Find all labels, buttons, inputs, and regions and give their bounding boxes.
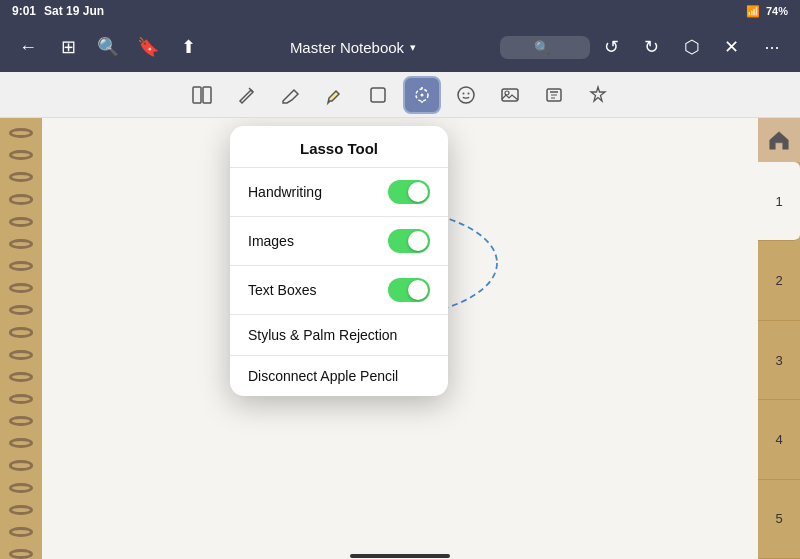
draw-toolbar bbox=[0, 72, 800, 118]
undo-button[interactable]: ↺ bbox=[594, 29, 630, 65]
eraser-tool[interactable] bbox=[271, 76, 309, 114]
spiral-ring bbox=[9, 305, 33, 315]
status-right: 📶 74% bbox=[746, 5, 788, 18]
toggle-0[interactable] bbox=[388, 180, 430, 204]
spiral-ring bbox=[9, 505, 33, 515]
notebook-title-button[interactable]: Master Notebook ▾ bbox=[290, 39, 416, 56]
svg-rect-0 bbox=[193, 87, 201, 103]
svg-point-6 bbox=[463, 92, 465, 94]
status-bar: 9:01 Sat 19 Jun 📶 74% bbox=[0, 0, 800, 22]
shapes-tool[interactable] bbox=[359, 76, 397, 114]
svg-point-5 bbox=[458, 87, 474, 103]
notebook-view-tool[interactable] bbox=[183, 76, 221, 114]
spiral-ring bbox=[9, 150, 33, 160]
spiral-ring bbox=[9, 172, 33, 182]
bookmark-button[interactable]: 🔖 bbox=[130, 29, 166, 65]
highlighter-tool[interactable] bbox=[315, 76, 353, 114]
image-tool[interactable] bbox=[491, 76, 529, 114]
dropdown-chevron: ▾ bbox=[410, 41, 416, 54]
toggle-knob-0 bbox=[408, 182, 428, 202]
spiral-ring bbox=[9, 261, 33, 271]
popup-row-2[interactable]: Text Boxes bbox=[230, 266, 448, 315]
spiral-ring bbox=[9, 128, 33, 138]
spiral-ring bbox=[9, 283, 33, 293]
lasso-tool[interactable] bbox=[403, 76, 441, 114]
svg-point-9 bbox=[505, 91, 509, 95]
notebook-title-text: Master Notebook bbox=[290, 39, 404, 56]
battery-wifi: 📶 bbox=[746, 5, 760, 18]
bottom-bar bbox=[0, 553, 800, 559]
spiral-ring bbox=[9, 416, 33, 426]
spiral-ring bbox=[9, 372, 33, 382]
popup-row-label-1: Images bbox=[248, 233, 294, 249]
spiral-ring bbox=[9, 527, 33, 537]
sticker-tool[interactable] bbox=[447, 76, 485, 114]
close-button[interactable]: ✕ bbox=[714, 29, 750, 65]
tab-3[interactable]: 3 bbox=[758, 321, 800, 400]
tab-5[interactable]: 5 bbox=[758, 480, 800, 559]
tabs-right: 1 2 3 4 5 bbox=[758, 118, 800, 559]
spiral-ring bbox=[9, 239, 33, 249]
spiral-ring bbox=[9, 394, 33, 404]
svg-point-4 bbox=[421, 93, 424, 96]
spiral-ring bbox=[9, 217, 33, 227]
search-bar[interactable]: 🔍 bbox=[500, 36, 590, 59]
svg-rect-1 bbox=[203, 87, 211, 103]
more-button[interactable]: ··· bbox=[754, 29, 790, 65]
status-left: 9:01 Sat 19 Jun bbox=[12, 4, 104, 18]
redo-button[interactable]: ↻ bbox=[634, 29, 670, 65]
spiral-ring bbox=[9, 460, 33, 470]
popup-row-4[interactable]: Disconnect Apple Pencil bbox=[230, 356, 448, 396]
toggle-knob-1 bbox=[408, 231, 428, 251]
pen-tool[interactable] bbox=[227, 76, 265, 114]
toggle-1[interactable] bbox=[388, 229, 430, 253]
main-content: Lasso Tool HandwritingImagesText BoxesSt… bbox=[0, 118, 800, 559]
popup-row-label-4: Disconnect Apple Pencil bbox=[248, 368, 398, 384]
popup-row-label-0: Handwriting bbox=[248, 184, 322, 200]
tab-2[interactable]: 2 bbox=[758, 241, 800, 320]
date: Sat 19 Jun bbox=[44, 4, 104, 18]
toolbar-center: Master Notebook ▾ bbox=[290, 39, 416, 56]
grid-button[interactable]: ⊞ bbox=[50, 29, 86, 65]
svg-point-7 bbox=[468, 92, 470, 94]
tab-4[interactable]: 4 bbox=[758, 400, 800, 479]
toolbar-right: 🔍 ↺ ↻ ⬡ ✕ ··· bbox=[500, 29, 790, 65]
toolbar-left: ← ⊞ 🔍 🔖 ⬆ bbox=[10, 29, 206, 65]
lasso-popup: Lasso Tool HandwritingImagesText BoxesSt… bbox=[230, 126, 448, 396]
search-button[interactable]: 🔍 bbox=[90, 29, 126, 65]
popup-row-label-3: Stylus & Palm Rejection bbox=[248, 327, 397, 343]
home-icon bbox=[766, 126, 792, 154]
spiral-ring bbox=[9, 438, 33, 448]
spiral-ring bbox=[9, 483, 33, 493]
popup-row-0[interactable]: Handwriting bbox=[230, 168, 448, 217]
popup-row-1[interactable]: Images bbox=[230, 217, 448, 266]
notebook-page[interactable]: Lasso Tool HandwritingImagesText BoxesSt… bbox=[42, 118, 758, 559]
share-button[interactable]: ⬆ bbox=[170, 29, 206, 65]
home-tab[interactable] bbox=[758, 118, 800, 162]
svg-rect-8 bbox=[502, 89, 518, 101]
toggle-2[interactable] bbox=[388, 278, 430, 302]
top-toolbar: ← ⊞ 🔍 🔖 ⬆ Master Notebook ▾ 🔍 ↺ ↻ ⬡ ✕ ··… bbox=[0, 22, 800, 72]
time: 9:01 bbox=[12, 4, 36, 18]
spiral-ring bbox=[9, 327, 33, 337]
battery-percent: 74% bbox=[766, 5, 788, 17]
popup-row-3[interactable]: Stylus & Palm Rejection bbox=[230, 315, 448, 356]
home-indicator bbox=[350, 554, 450, 558]
toggle-knob-2 bbox=[408, 280, 428, 300]
tab-1[interactable]: 1 bbox=[758, 162, 800, 241]
svg-rect-2 bbox=[371, 88, 385, 102]
export-button[interactable]: ⬡ bbox=[674, 29, 710, 65]
popup-title: Lasso Tool bbox=[230, 126, 448, 168]
spiral-binding bbox=[0, 118, 42, 559]
textbox-tool[interactable] bbox=[535, 76, 573, 114]
spiral-ring bbox=[9, 350, 33, 360]
popup-row-label-2: Text Boxes bbox=[248, 282, 316, 298]
search-icon: 🔍 bbox=[534, 40, 550, 55]
annotation-tool[interactable] bbox=[579, 76, 617, 114]
spiral-ring bbox=[9, 194, 33, 204]
back-button[interactable]: ← bbox=[10, 29, 46, 65]
